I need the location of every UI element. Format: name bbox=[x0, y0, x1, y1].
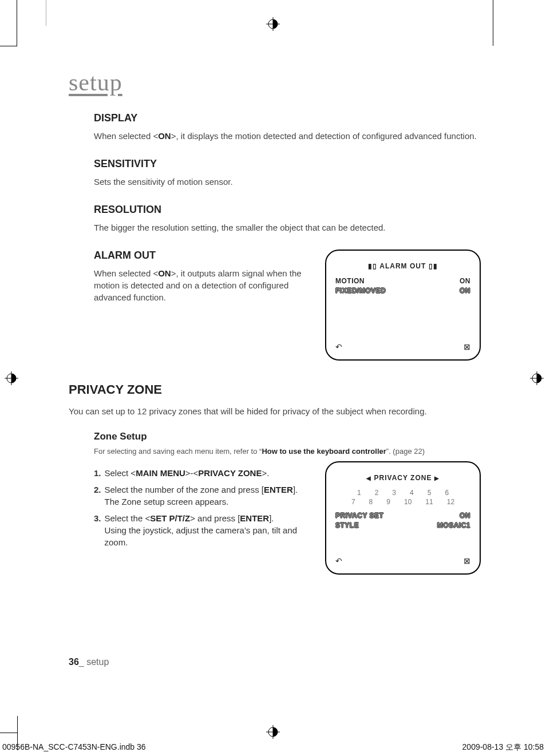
heading-resolution: RESOLUTION bbox=[94, 204, 481, 216]
body-display: When selected <ON>, it displays the moti… bbox=[94, 130, 481, 142]
arrow-left-icon: ◀ bbox=[366, 475, 371, 481]
page-footer: 36_ setup bbox=[69, 657, 109, 667]
body-alarm-out: When selected <ON>, it outputs alarm sig… bbox=[94, 267, 316, 303]
section-sensitivity: SENSITIVITY Sets the sensitivity of moti… bbox=[94, 158, 481, 188]
zone-number: 2 bbox=[375, 489, 379, 497]
chapter-title: setup bbox=[69, 69, 481, 96]
section-resolution: RESOLUTION The bigger the resolution set… bbox=[94, 204, 481, 233]
heading-sensitivity: SENSITIVITY bbox=[94, 158, 481, 170]
section-display: DISPLAY When selected <ON>, it displays … bbox=[94, 112, 481, 142]
zone-number: 11 bbox=[425, 498, 433, 506]
zone-number: 5 bbox=[428, 489, 432, 497]
reference-note: For selecting and saving each menu item,… bbox=[94, 447, 481, 456]
crop-mark bbox=[0, 733, 17, 733]
back-icon: ↶ bbox=[335, 556, 342, 565]
registration-mark-icon bbox=[266, 725, 280, 739]
crop-mark bbox=[0, 0, 17, 46]
osd-label: STYLE bbox=[335, 521, 359, 529]
osd-row-fixed-moved: FIXED/MOVED ON bbox=[335, 287, 470, 295]
slug-date: 2009-08-13 오후 10:58 bbox=[462, 742, 544, 753]
osd-row-motion: MOTION ON bbox=[335, 277, 470, 285]
osd-title: ▮▯ ALARM OUT ▯▮ bbox=[335, 262, 470, 270]
section-alarm-out: ALARM OUT When selected <ON>, it outputs… bbox=[94, 250, 481, 361]
zone-number: 10 bbox=[404, 498, 412, 506]
zone-number: 3 bbox=[392, 489, 396, 497]
slug-file: 00956B-NA_SCC-C7453N-ENG.indb 36 bbox=[2, 742, 146, 753]
registration-mark-icon bbox=[530, 371, 544, 385]
step-3: 3. Select the <SET P/T/Z> and press [ENT… bbox=[94, 512, 300, 548]
body-sensitivity: Sets the sensitivity of motion sensor. bbox=[94, 176, 481, 188]
arrow-right-icon: ▶ bbox=[434, 475, 440, 481]
heading-zone-setup: Zone Setup bbox=[94, 431, 481, 442]
steps-list: 1. Select <MAIN MENU>-<PRIVACY ZONE>. 2.… bbox=[94, 467, 300, 548]
osd-row-style: STYLE MOSAIC1 bbox=[335, 521, 470, 529]
back-icon: ↶ bbox=[335, 342, 342, 351]
zone-number: 4 bbox=[410, 489, 414, 497]
step-2: 2. Select the number of the zone and pre… bbox=[94, 484, 300, 508]
step-1: 1. Select <MAIN MENU>-<PRIVACY ZONE>. bbox=[94, 467, 300, 479]
close-icon: ⊠ bbox=[464, 556, 470, 565]
crop-mark bbox=[493, 0, 493, 46]
osd-panel-alarm-out: ▮▯ ALARM OUT ▯▮ MOTION ON FIXED/MOVED ON… bbox=[325, 250, 481, 361]
section-privacy-zone: PRIVACY ZONE You can set up to 12 privac… bbox=[69, 382, 481, 575]
subsection-zone-setup: Zone Setup For selecting and saving each… bbox=[94, 431, 481, 575]
osd-title: ◀ PRIVACY ZONE ▶ bbox=[335, 474, 470, 482]
page-number: 36 bbox=[69, 657, 79, 667]
zone-number: 7 bbox=[351, 498, 355, 506]
zone-number: 6 bbox=[445, 489, 449, 497]
osd-label: PRIVACY SET bbox=[335, 512, 383, 520]
close-icon: ⊠ bbox=[464, 342, 470, 351]
osd-label: MOTION bbox=[335, 277, 365, 285]
zone-number: 8 bbox=[369, 498, 373, 506]
osd-label: FIXED/MOVED bbox=[335, 287, 386, 295]
zone-number-grid: 1 2 3 4 5 6 7 8 9 10 11 bbox=[335, 489, 470, 506]
print-slug: 00956B-NA_SCC-C7453N-ENG.indb 36 2009-08… bbox=[0, 742, 546, 753]
zone-number: 9 bbox=[386, 498, 390, 506]
osd-value: MOSAIC1 bbox=[437, 521, 470, 529]
body-resolution: The bigger the resolution setting, the s… bbox=[94, 221, 481, 233]
registration-mark-icon bbox=[5, 371, 18, 385]
heading-display: DISPLAY bbox=[94, 112, 481, 124]
zone-number: 1 bbox=[357, 489, 361, 497]
crop-mark bbox=[46, 0, 46, 26]
zone-number: 12 bbox=[447, 498, 454, 506]
intro-privacy-zone: You can set up to 12 privacy zones that … bbox=[69, 405, 481, 417]
osd-row-privacy-set: PRIVACY SET ON bbox=[335, 512, 470, 520]
osd-value: ON bbox=[460, 512, 470, 520]
heading-alarm-out: ALARM OUT bbox=[94, 250, 316, 262]
osd-value: ON bbox=[460, 287, 470, 295]
page-content: setup DISPLAY When selected <ON>, it dis… bbox=[69, 69, 481, 575]
heading-privacy-zone: PRIVACY ZONE bbox=[69, 382, 481, 397]
registration-mark-icon bbox=[266, 17, 280, 31]
osd-panel-privacy-zone: ◀ PRIVACY ZONE ▶ 1 2 3 4 5 6 bbox=[325, 461, 481, 575]
osd-value: ON bbox=[460, 277, 470, 285]
